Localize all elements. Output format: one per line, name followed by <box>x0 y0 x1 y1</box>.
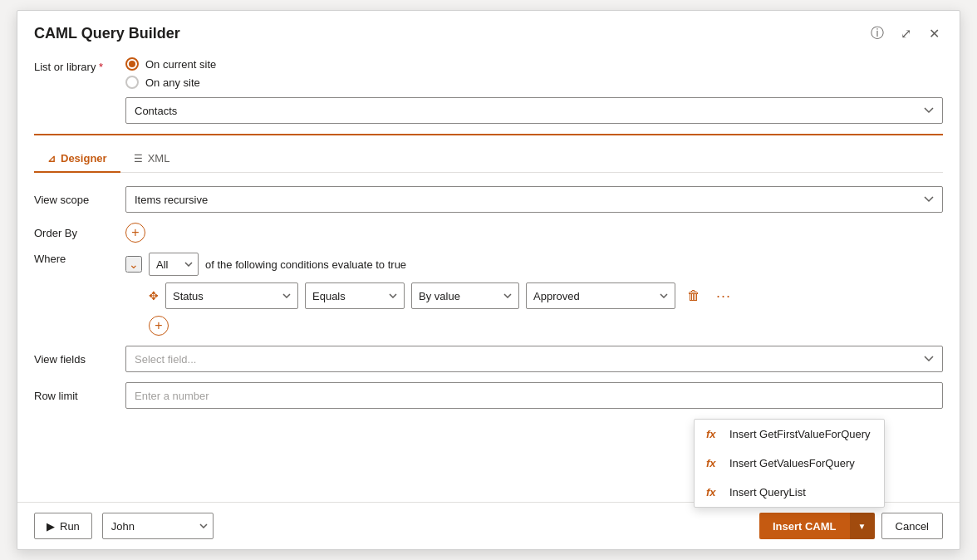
designer-tab-label: Designer <box>61 152 107 165</box>
context-menu-item-getvalues[interactable]: fx Insert GetValuesForQuery <box>695 449 884 478</box>
cancel-button[interactable]: Cancel <box>881 513 943 539</box>
row-limit-input[interactable] <box>125 382 943 409</box>
section-divider <box>34 134 943 135</box>
run-button[interactable]: ▶ Run <box>34 513 92 539</box>
row-limit-row: Row limit <box>34 382 943 409</box>
fx-icon-3: fx <box>706 486 721 499</box>
add-order-by-button[interactable]: + <box>125 223 145 243</box>
chevron-down-icon: ▼ <box>858 522 867 531</box>
dialog-header: CAML Query Builder ⓘ ⤢ ✕ <box>17 11 960 51</box>
close-icon[interactable]: ✕ <box>925 24 943 42</box>
on-any-site-radio[interactable]: On any site <box>125 76 943 89</box>
on-current-site-radio-circle <box>125 57 139 71</box>
row-limit-content <box>125 382 943 409</box>
order-by-content: + <box>125 223 943 243</box>
list-or-library-label: List or library * <box>34 57 125 73</box>
fx-icon-1: fx <box>706 428 721 440</box>
caml-query-builder-dialog: CAML Query Builder ⓘ ⤢ ✕ List or library… <box>17 10 960 550</box>
more-options-button[interactable]: ··· <box>712 284 735 307</box>
designer-panel: View scope Items recursive All Recursive… <box>34 186 943 409</box>
where-row: Where ⌄ All Any of the following conditi… <box>34 253 943 336</box>
collapse-where-button[interactable]: ⌄ <box>125 256 142 273</box>
order-by-row: Order By + <box>34 223 943 243</box>
where-content: ⌄ All Any of the following conditions ev… <box>125 253 943 336</box>
context-menu: fx Insert GetFirstValueForQuery fx Inser… <box>694 419 885 508</box>
user-dropdown[interactable]: John Current User System Account <box>102 513 214 539</box>
run-label: Run <box>60 520 80 533</box>
view-fields-label: View fields <box>34 353 125 366</box>
header-icons: ⓘ ⤢ ✕ <box>868 24 943 42</box>
condition-operator-dropdown[interactable]: Equals NotEquals Contains BeginsWith <box>305 282 405 309</box>
list-or-library-content: On current site On any site Contacts Doc… <box>125 57 943 124</box>
on-current-site-radio[interactable]: On current site <box>125 57 943 71</box>
list-or-library-row: List or library * On current site On any… <box>34 57 943 124</box>
condition-text: of the following conditions evaluate to … <box>205 258 406 271</box>
footer-right: Insert CAML ▼ Cancel <box>759 513 943 539</box>
order-by-label: Order By <box>34 227 125 239</box>
view-scope-dropdown[interactable]: Items recursive All Recursive RecursiveA… <box>125 186 943 213</box>
on-any-site-radio-circle <box>125 76 139 89</box>
condition-field-dropdown[interactable]: Status Title Created <box>165 282 298 309</box>
site-radio-group: On current site On any site <box>125 57 943 89</box>
on-current-site-label: On current site <box>145 58 216 71</box>
add-condition-row: + <box>125 316 943 336</box>
view-fields-content: Select field... <box>125 346 943 372</box>
expand-icon[interactable]: ⤢ <box>896 24 915 42</box>
context-menu-item-querylist-label: Insert QueryList <box>729 486 806 499</box>
xml-tab-label: XML <box>148 152 170 165</box>
xml-tab-icon: ☰ <box>134 153 143 165</box>
on-any-site-label: On any site <box>145 76 200 89</box>
view-fields-dropdown[interactable]: Select field... <box>125 346 943 372</box>
drag-handle-icon[interactable]: ✥ <box>149 289 159 302</box>
designer-tab-icon: ⊿ <box>47 153 56 165</box>
view-fields-row: View fields Select field... <box>34 346 943 372</box>
dialog-title: CAML Query Builder <box>34 25 180 42</box>
where-header: ⌄ All Any of the following conditions ev… <box>125 253 943 276</box>
insert-caml-dropdown-button[interactable]: ▼ <box>850 513 875 539</box>
fx-icon-2: fx <box>706 457 721 469</box>
dialog-footer: ▶ Run John Current User System Account I… <box>17 502 960 549</box>
insert-caml-button[interactable]: Insert CAML <box>759 513 850 539</box>
tab-bar: ⊿ Designer ☰ XML <box>34 145 943 173</box>
library-dropdown[interactable]: Contacts Documents Tasks Events <box>125 97 943 124</box>
context-menu-item-getvalues-label: Insert GetValuesForQuery <box>729 457 855 469</box>
context-menu-item-getfirst-label: Insert GetFirstValueForQuery <box>729 428 871 440</box>
view-scope-row: View scope Items recursive All Recursive… <box>34 186 943 213</box>
condition-value-dropdown[interactable]: Approved Rejected Pending <box>526 282 675 309</box>
required-marker: * <box>99 61 103 73</box>
info-icon[interactable]: ⓘ <box>868 24 886 42</box>
footer-left: ▶ Run John Current User System Account <box>34 513 214 539</box>
condition-type-dropdown[interactable]: By value By field <box>411 282 519 309</box>
condition-row: ✥ Status Title Created Equals NotEquals … <box>125 282 943 309</box>
run-icon: ▶ <box>47 520 55 533</box>
delete-condition-button[interactable]: 🗑 <box>682 284 705 307</box>
tab-xml[interactable]: ☰ XML <box>120 145 184 173</box>
logical-operator-dropdown[interactable]: All Any <box>149 253 199 276</box>
context-menu-item-querylist[interactable]: fx Insert QueryList <box>695 478 884 507</box>
tab-designer[interactable]: ⊿ Designer <box>34 145 120 173</box>
add-condition-button[interactable]: + <box>149 316 169 336</box>
view-scope-label: View scope <box>34 194 125 206</box>
insert-caml-wrapper: Insert CAML ▼ <box>759 513 875 539</box>
where-label: Where <box>34 253 125 265</box>
context-menu-item-getfirst[interactable]: fx Insert GetFirstValueForQuery <box>695 420 884 449</box>
row-limit-label: Row limit <box>34 390 125 402</box>
view-scope-content: Items recursive All Recursive RecursiveA… <box>125 186 943 213</box>
